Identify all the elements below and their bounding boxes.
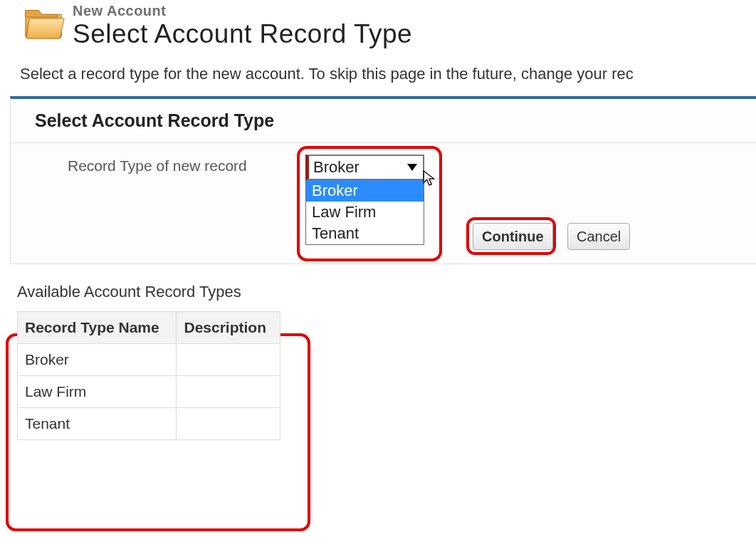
- record-type-select-value: Broker: [313, 158, 359, 177]
- available-record-types-section: Available Account Record Types Record Ty…: [10, 276, 309, 444]
- option-tenant[interactable]: Tenant: [306, 223, 424, 244]
- record-type-select[interactable]: Broker: [305, 155, 424, 180]
- col-description: Description: [177, 312, 280, 344]
- record-type-dropdown: Broker Law Firm Tenant: [305, 180, 424, 245]
- select-record-type-panel: Select Account Record Type Record Type o…: [10, 96, 756, 264]
- cancel-button[interactable]: Cancel: [567, 223, 630, 250]
- table-row: Tenant: [18, 408, 280, 440]
- folder-icon: [23, 3, 65, 42]
- record-type-form-row: Record Type of new record Broker Broker …: [11, 143, 756, 264]
- cell-description: [177, 376, 280, 408]
- intro-text: Select a record type for the new account…: [20, 65, 756, 83]
- available-record-types-table: Record Type Name Description Broker Law …: [17, 311, 280, 440]
- cell-name: Law Firm: [18, 376, 177, 408]
- chevron-down-icon: [407, 164, 417, 171]
- cell-name: Tenant: [18, 408, 177, 440]
- continue-button[interactable]: Continue: [473, 223, 553, 250]
- option-broker[interactable]: Broker: [306, 180, 424, 202]
- cursor-icon: [422, 170, 438, 186]
- available-record-types-title: Available Account Record Types: [17, 283, 305, 301]
- cell-description: [177, 344, 280, 376]
- page-eyebrow: New Account: [73, 3, 412, 19]
- table-row: Law Firm: [18, 376, 280, 408]
- page-header: New Account Select Account Record Type: [0, 0, 756, 49]
- cell-name: Broker: [18, 344, 177, 376]
- panel-title: Select Account Record Type: [11, 99, 756, 143]
- record-type-label: Record Type of new record: [68, 157, 247, 174]
- option-law-firm[interactable]: Law Firm: [306, 202, 424, 223]
- cell-description: [177, 408, 280, 440]
- page-title: Select Account Record Type: [73, 19, 412, 49]
- col-record-type-name: Record Type Name: [18, 312, 177, 344]
- table-row: Broker: [18, 344, 280, 376]
